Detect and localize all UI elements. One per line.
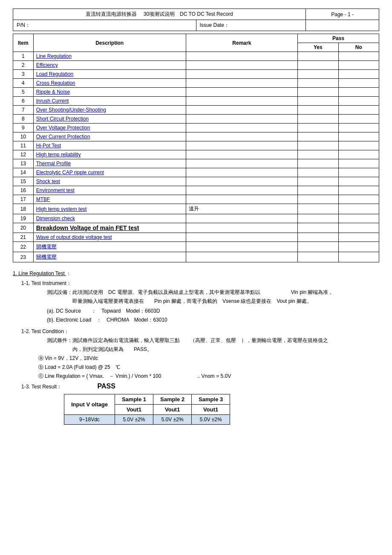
- row-description[interactable]: Environment test: [33, 186, 186, 195]
- table-row: 21Wave of output diode voltage test: [13, 233, 379, 242]
- row-pass-no: [338, 141, 379, 150]
- row-description[interactable]: Dimension check: [33, 214, 186, 223]
- row-number: 23: [13, 252, 34, 262]
- col-description: Description: [33, 34, 186, 52]
- row-remark: [186, 70, 297, 79]
- row-number: 10: [13, 132, 34, 141]
- result-row1-s1: 5.0V ±2%: [115, 415, 153, 425]
- row-description[interactable]: Over Current Protection: [33, 132, 186, 141]
- sub-1-2-label: 1-2. Test Condition：: [21, 328, 379, 335]
- row-description[interactable]: Electrolytic CAP ripple current: [33, 168, 186, 177]
- table-row: 2Efficiency: [13, 61, 379, 70]
- row-description[interactable]: Short Circuit Protection: [33, 115, 186, 124]
- row-number: 2: [13, 61, 34, 70]
- row-pass-no: [338, 70, 379, 79]
- result-row1-s2: 5.0V ±2%: [153, 415, 192, 425]
- row-pass-yes: [298, 195, 338, 204]
- row-number: 8: [13, 115, 34, 124]
- row-pass-yes: [298, 79, 338, 88]
- elec-load: (b). Electronic Load ： CHROMA Model：6301…: [47, 316, 379, 324]
- row-description[interactable]: High temp system test: [33, 204, 186, 214]
- row-pass-yes: [298, 204, 338, 214]
- table-row: 4Cross Regulation: [13, 79, 379, 88]
- row-pass-no: [338, 186, 379, 195]
- row-pass-no: [338, 223, 379, 233]
- table-row: 18High temp system test溫升: [13, 204, 379, 214]
- row-remark: 溫升: [186, 204, 297, 214]
- table-row: 6Inrush Current: [13, 97, 379, 106]
- row-remark: [186, 97, 297, 106]
- table-row: 14Electrolytic CAP ripple current: [13, 168, 379, 177]
- row-pass-yes: [298, 61, 338, 70]
- result-col-s3: Sample 3: [192, 394, 230, 405]
- row-description[interactable]: High temp reliability: [33, 150, 186, 159]
- row-number: 6: [13, 97, 34, 106]
- row-pass-no: [338, 52, 379, 61]
- col-yes: Yes: [298, 43, 338, 52]
- row-number: 22: [13, 242, 34, 252]
- table-row: 20Breakdown Voltage of main FET test: [13, 223, 379, 233]
- sub-1-1-line2: 即量測輸入端電壓要將電表接在 Pin pin 腳處，而電子負載的 Vsense …: [72, 298, 379, 305]
- row-description[interactable]: Over Shooting/Under-Shooting: [33, 106, 186, 115]
- sub-1-2-line2: 內，則判定測試結果為 PASS。: [72, 346, 379, 353]
- row-description[interactable]: Line Regulation: [33, 52, 186, 61]
- row-description[interactable]: Shock test: [33, 177, 186, 186]
- row-description[interactable]: Cross Regulation: [33, 79, 186, 88]
- row-pass-no: [338, 177, 379, 186]
- row-description[interactable]: Thermal Profile: [33, 159, 186, 168]
- row-description[interactable]: Ripple & Noise: [33, 88, 186, 97]
- row-number: 3: [13, 70, 34, 79]
- row-remark: [186, 150, 297, 159]
- main-test-table: Item Description Remark Pass Yes No 1Lin…: [13, 34, 379, 262]
- section-1-title: 1. Line Regulation Test ：: [13, 270, 379, 277]
- row-description[interactable]: Hi-Pot Test: [33, 141, 186, 150]
- col-pass: Pass: [298, 34, 379, 43]
- row-number: 18: [13, 204, 34, 214]
- row-remark: [186, 79, 297, 88]
- sub-section-1-2: 1-2. Test Condition： 測試條件：測試條件設定為輸出電流滿載，…: [21, 328, 379, 380]
- row-description[interactable]: 關機電壓: [33, 252, 186, 262]
- row-pass-no: [338, 214, 379, 223]
- row-remark: [186, 61, 297, 70]
- table-row: 10Over Current Protection: [13, 132, 379, 141]
- row-description[interactable]: 開機電壓: [33, 242, 186, 252]
- condition-a: ⓐ Vin = 9V，12V，18Vdc: [38, 355, 379, 362]
- row-pass-no: [338, 79, 379, 88]
- row-pass-yes: [298, 177, 338, 186]
- row-pass-yes: [298, 223, 338, 233]
- result-row1-s3: 5.0V ±2%: [192, 415, 230, 425]
- row-pass-yes: [298, 242, 338, 252]
- row-remark: [186, 106, 297, 115]
- row-description[interactable]: Over Voltage Protection: [33, 124, 186, 132]
- result-subcol-s3: Vout1: [192, 405, 230, 415]
- row-number: 17: [13, 195, 34, 204]
- row-pass-no: [338, 252, 379, 262]
- condition-b: ⓑ Load = 2.0A (Full load) @ 25 ℃: [38, 364, 379, 371]
- row-description[interactable]: Wave of output diode voltage test: [33, 233, 186, 242]
- sub-section-1-1: 1-1. Test Instrument： 測試設備：此項測試使用 DC 電壓源…: [21, 280, 379, 324]
- sub-1-2-line1: 測試條件：測試條件設定為輸出電流滿載，輸入電壓取三點 （高壓、正常、低壓 ），量…: [47, 337, 379, 344]
- row-description[interactable]: Inrush Current: [33, 97, 186, 106]
- row-number: 5: [13, 88, 34, 97]
- row-pass-no: [338, 150, 379, 159]
- row-description[interactable]: Breakdown Voltage of main FET test: [33, 223, 186, 233]
- table-row: 7Over Shooting/Under-Shooting: [13, 106, 379, 115]
- row-number: 11: [13, 141, 34, 150]
- row-pass-no: [338, 168, 379, 177]
- row-remark: [186, 223, 297, 233]
- sub-1-3-label: 1-3. Test Result：: [21, 384, 62, 390]
- row-remark: [186, 233, 297, 242]
- row-number: 1: [13, 52, 34, 61]
- header-table: 直流转直流电源转换器 30项测试说明 DC TO DC Test Record …: [13, 9, 379, 31]
- table-row: 3Load Regulation: [13, 70, 379, 79]
- row-pass-no: [338, 124, 379, 132]
- row-pass-yes: [298, 115, 338, 124]
- row-remark: [186, 115, 297, 124]
- row-remark: [186, 88, 297, 97]
- table-row: 22開機電壓: [13, 242, 379, 252]
- row-description[interactable]: MTBF: [33, 195, 186, 204]
- row-description[interactable]: Load Regulation: [33, 70, 186, 79]
- row-description[interactable]: Efficiency: [33, 61, 186, 70]
- row-remark: [186, 214, 297, 223]
- table-row: 9Over Voltage Protection: [13, 124, 379, 132]
